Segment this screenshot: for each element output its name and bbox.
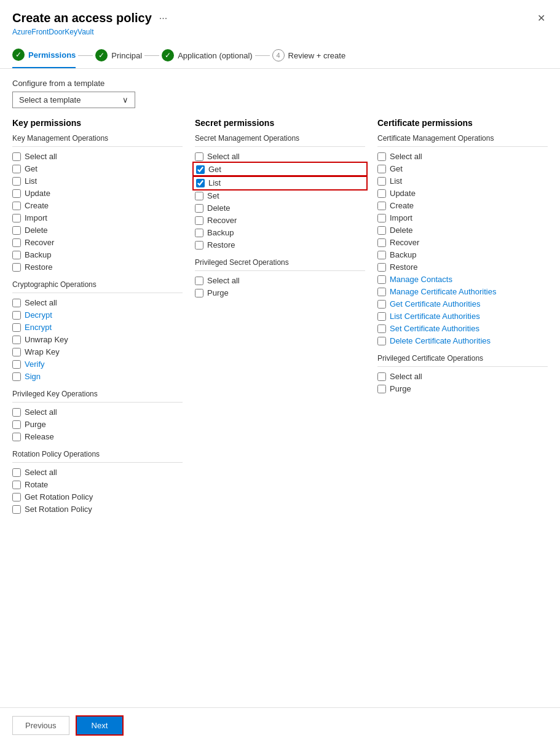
crypto-encrypt-checkbox[interactable]	[12, 323, 21, 332]
template-select-dropdown[interactable]: Select a template ∨	[12, 92, 135, 108]
cert-set-ca-checkbox[interactable]	[377, 324, 386, 333]
step-principal-label: Principal	[111, 51, 142, 60]
secret-get-row: Get	[195, 164, 365, 175]
cert-update-checkbox[interactable]	[377, 189, 386, 198]
key-delete-checkbox[interactable]	[12, 226, 21, 235]
secret-list-label: List	[208, 178, 221, 187]
step-permissions[interactable]: ✓ Permissions	[12, 49, 76, 68]
crypto-select-all-checkbox[interactable]	[12, 299, 21, 307]
secret-recover-checkbox[interactable]	[195, 216, 203, 225]
privcert-select-all-checkbox[interactable]	[377, 372, 386, 381]
step-principal[interactable]: ✓ Principal	[95, 49, 142, 68]
cert-backup-checkbox[interactable]	[377, 251, 386, 259]
secret-list-checkbox[interactable]	[196, 179, 205, 187]
privkey-release-label: Release	[25, 432, 54, 441]
cert-recover-checkbox[interactable]	[377, 238, 386, 247]
cert-list-checkbox[interactable]	[377, 177, 386, 186]
certificate-permissions-column: Certificate permissions Certificate Mana…	[377, 118, 548, 517]
cert-select-all-checkbox[interactable]	[377, 152, 386, 161]
key-backup-checkbox[interactable]	[12, 251, 21, 259]
key-create-checkbox[interactable]	[12, 202, 21, 210]
next-button[interactable]: Next	[76, 715, 124, 736]
key-import-label: Import	[25, 213, 47, 222]
key-select-all-label: Select all	[25, 152, 57, 161]
key-list-row: List	[12, 176, 183, 186]
privkey-release-checkbox[interactable]	[12, 433, 21, 441]
rotation-select-all-checkbox[interactable]	[12, 468, 21, 477]
privkey-select-all-label: Select all	[25, 407, 57, 417]
rotation-rotate-checkbox[interactable]	[12, 481, 21, 489]
privcert-purge-checkbox[interactable]	[377, 385, 386, 393]
step-review-label: Review + create	[288, 51, 346, 60]
secret-backup-checkbox[interactable]	[195, 229, 203, 237]
step-application-label: Application (optional)	[178, 51, 252, 60]
cert-get-checkbox[interactable]	[377, 165, 386, 173]
key-delete-label: Delete	[25, 226, 48, 235]
crypto-decrypt-checkbox[interactable]	[12, 311, 21, 320]
secret-select-all-label: Select all	[207, 152, 240, 161]
cert-get-ca-checkbox[interactable]	[377, 300, 386, 309]
crypto-select-all-row: Select all	[12, 298, 183, 307]
step-separator-2	[144, 55, 159, 56]
key-get-checkbox[interactable]	[12, 165, 21, 173]
close-button[interactable]: ✕	[535, 10, 548, 26]
cert-manage-ca-checkbox[interactable]	[377, 288, 386, 296]
secret-get-label: Get	[208, 165, 221, 174]
key-update-checkbox[interactable]	[12, 189, 21, 198]
rotation-get-policy-checkbox[interactable]	[12, 493, 21, 501]
ellipsis-button[interactable]: ···	[157, 10, 170, 26]
wizard-steps: ✓ Permissions ✓ Principal ✓ Application …	[0, 41, 560, 69]
key-create-label: Create	[25, 201, 49, 210]
privkey-purge-checkbox[interactable]	[12, 420, 21, 429]
crypto-sign-row: Sign	[12, 372, 183, 381]
secret-set-checkbox[interactable]	[195, 192, 203, 200]
cert-create-checkbox[interactable]	[377, 202, 386, 210]
secret-backup-row: Backup	[195, 228, 365, 237]
step-review[interactable]: 4 Review + create	[272, 49, 346, 68]
rotation-get-policy-row: Get Rotation Policy	[12, 492, 183, 501]
privsecret-select-all-checkbox[interactable]	[195, 277, 203, 285]
cert-backup-label: Backup	[390, 250, 416, 259]
key-backup-row: Backup	[12, 250, 183, 259]
key-list-checkbox[interactable]	[12, 177, 21, 186]
key-restore-checkbox[interactable]	[12, 263, 21, 272]
privsecret-select-all-label: Select all	[207, 276, 240, 285]
template-label: Configure from a template	[12, 79, 548, 88]
secret-get-checkbox[interactable]	[196, 165, 205, 174]
crypto-unwrap-checkbox[interactable]	[12, 336, 21, 344]
key-recover-checkbox[interactable]	[12, 238, 21, 247]
cert-list-ca-row: List Certificate Authorities	[377, 312, 548, 321]
dialog-subtitle: AzureFrontDoorKeyVault	[12, 28, 548, 36]
cert-delete-checkbox[interactable]	[377, 226, 386, 235]
cert-import-checkbox[interactable]	[377, 214, 386, 222]
secret-delete-checkbox[interactable]	[195, 204, 203, 213]
key-select-all-checkbox[interactable]	[12, 152, 21, 161]
key-update-label: Update	[25, 189, 50, 198]
secret-set-label: Set	[207, 191, 219, 200]
secret-restore-checkbox[interactable]	[195, 241, 203, 250]
step-application[interactable]: ✓ Application (optional)	[162, 49, 252, 68]
key-restore-label: Restore	[25, 262, 53, 272]
key-import-checkbox[interactable]	[12, 214, 21, 222]
crypto-verify-checkbox[interactable]	[12, 360, 21, 369]
dialog-header: Create an access policy ··· ✕ AzureFront…	[0, 0, 560, 41]
previous-button[interactable]: Previous	[12, 716, 69, 735]
cert-list-ca-checkbox[interactable]	[377, 312, 386, 321]
step-separator-3	[255, 55, 270, 56]
cert-manage-ca-label: Manage Certificate Authorities	[390, 287, 496, 296]
cert-set-ca-label: Set Certificate Authorities	[390, 324, 479, 333]
crypto-sign-checkbox[interactable]	[12, 372, 21, 381]
key-management-ops-title: Key Management Operations	[12, 134, 183, 143]
privileged-cert-ops-title: Privileged Certificate Operations	[377, 354, 548, 363]
rotation-set-policy-checkbox[interactable]	[12, 505, 21, 514]
cert-restore-checkbox[interactable]	[377, 263, 386, 272]
privsecret-purge-checkbox[interactable]	[195, 289, 203, 297]
crypto-select-all-label: Select all	[25, 298, 57, 307]
rotation-select-all-label: Select all	[25, 468, 57, 477]
privkey-select-all-checkbox[interactable]	[12, 408, 21, 417]
secret-select-all-checkbox[interactable]	[195, 152, 203, 161]
cert-manage-contacts-checkbox[interactable]	[377, 275, 386, 284]
cert-delete-ca-checkbox[interactable]	[377, 337, 386, 345]
cert-select-all-row: Select all	[377, 152, 548, 161]
crypto-wrap-checkbox[interactable]	[12, 348, 21, 356]
